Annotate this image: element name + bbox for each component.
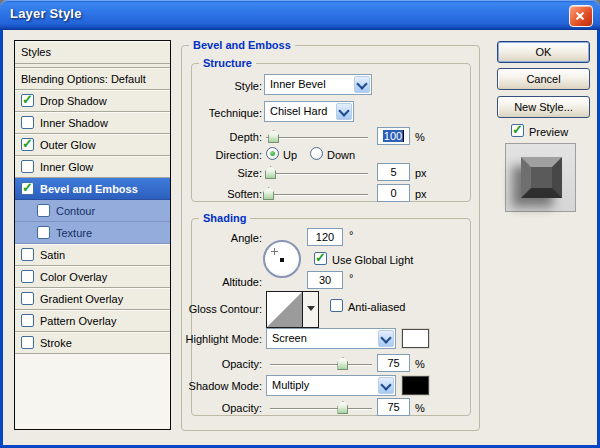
shadow-mode-select[interactable]: Multiply <box>266 375 396 396</box>
sidebar-item-label: Drop Shadow <box>40 95 107 107</box>
layer-style-dialog: Layer Style Styles Blending Options: Def… <box>0 0 600 448</box>
depth-slider[interactable] <box>266 137 368 138</box>
new-style-button[interactable]: New Style... <box>497 96 590 118</box>
sidebar-item-label: Outer Glow <box>40 139 96 151</box>
angle-center-dot-icon <box>280 258 284 262</box>
highlight-mode-arrow-button[interactable] <box>378 330 394 347</box>
sidebar-item-label: Pattern Overlay <box>40 315 116 327</box>
preview-label: Preview <box>529 126 568 138</box>
window-title-bar[interactable]: Layer Style <box>0 0 600 30</box>
size-slider[interactable] <box>266 173 368 174</box>
shading-title: Shading <box>199 212 250 224</box>
sidebar-item-label: Stroke <box>40 337 72 349</box>
sidebar-item-label: Inner Glow <box>40 161 93 173</box>
pattern-overlay-checkbox[interactable] <box>21 314 34 327</box>
soften-unit: px <box>415 188 427 200</box>
altitude-unit: ° <box>349 272 353 284</box>
angle-unit: ° <box>349 229 353 241</box>
angle-label: Angle: <box>184 232 262 244</box>
styles-list-header[interactable]: Styles <box>15 41 170 64</box>
sidebar-item-gradient-overlay[interactable]: Gradient Overlay <box>15 288 170 310</box>
gloss-contour-dropdown-button[interactable] <box>303 292 318 327</box>
depth-input-selected-text: 100 <box>383 130 404 142</box>
ok-button[interactable]: OK <box>497 41 590 63</box>
highlight-opacity-input[interactable]: 75 <box>377 354 410 372</box>
triangle-down-icon <box>307 306 315 311</box>
highlight-mode-select[interactable]: Screen <box>266 328 396 349</box>
sidebar-item-label: Satin <box>40 249 65 261</box>
soften-slider[interactable] <box>266 194 368 195</box>
gloss-contour-picker[interactable] <box>266 291 319 328</box>
depth-input[interactable]: 100 <box>377 127 410 145</box>
sidebar-item-pattern-overlay[interactable]: Pattern Overlay <box>15 310 170 332</box>
drop-shadow-checkbox[interactable] <box>21 94 34 107</box>
texture-checkbox[interactable] <box>37 226 50 239</box>
sidebar-item-texture[interactable]: Texture <box>15 222 170 244</box>
sidebar-item-bevel-and-emboss[interactable]: Bevel and Emboss <box>15 178 170 200</box>
sidebar-item-label: Texture <box>56 227 92 239</box>
technique-select[interactable]: Chisel Hard <box>264 101 354 122</box>
sidebar-item-inner-glow[interactable]: Inner Glow <box>15 156 170 178</box>
sidebar-item-blending-options[interactable]: Blending Options: Default <box>15 68 170 90</box>
sidebar-item-satin[interactable]: Satin <box>15 244 170 266</box>
highlight-color-swatch[interactable] <box>402 329 429 348</box>
technique-value: Chisel Hard <box>270 105 327 117</box>
style-select-arrow-button[interactable] <box>354 76 370 93</box>
contour-checkbox[interactable] <box>37 204 50 217</box>
sidebar-item-contour[interactable]: Contour <box>15 200 170 222</box>
gradient-overlay-checkbox[interactable] <box>21 292 34 305</box>
inner-shadow-checkbox[interactable] <box>21 116 34 129</box>
shadow-opacity-unit: % <box>415 402 425 414</box>
angle-dial[interactable] <box>263 240 301 278</box>
sidebar-item-drop-shadow[interactable]: Drop Shadow <box>15 90 170 112</box>
angle-input[interactable]: 120 <box>307 228 343 246</box>
color-overlay-checkbox[interactable] <box>21 270 34 283</box>
sidebar-item-label: Inner Shadow <box>40 117 108 129</box>
soften-input[interactable]: 0 <box>377 184 410 202</box>
sidebar-item-stroke[interactable]: Stroke <box>15 332 170 354</box>
outer-glow-checkbox[interactable] <box>21 138 34 151</box>
sidebar-item-label: Gradient Overlay <box>40 293 123 305</box>
use-global-light-label: Use Global Light <box>332 254 413 266</box>
close-button[interactable] <box>569 5 593 27</box>
shadow-opacity-slider[interactable] <box>270 408 372 409</box>
satin-checkbox[interactable] <box>21 248 34 261</box>
technique-select-arrow-button[interactable] <box>336 103 352 120</box>
depth-label: Depth: <box>184 131 262 143</box>
style-value: Inner Bevel <box>270 78 326 90</box>
chevron-down-icon <box>380 332 391 343</box>
styles-list: Styles Blending Options: Default Drop Sh… <box>14 40 171 430</box>
size-unit: px <box>415 167 427 179</box>
inner-glow-checkbox[interactable] <box>21 160 34 173</box>
cancel-button[interactable]: Cancel <box>497 68 590 90</box>
structure-title: Structure <box>199 57 256 69</box>
anti-aliased-checkbox[interactable] <box>330 299 343 312</box>
use-global-light-checkbox[interactable] <box>314 252 327 265</box>
direction-up-radio[interactable] <box>266 147 279 160</box>
sidebar-item-inner-shadow[interactable]: Inner Shadow <box>15 112 170 134</box>
highlight-opacity-unit: % <box>415 358 425 370</box>
sidebar-item-outer-glow[interactable]: Outer Glow <box>15 134 170 156</box>
bevel-emboss-checkbox[interactable] <box>21 182 34 195</box>
size-input[interactable]: 5 <box>377 163 410 181</box>
style-label: Style: <box>184 80 262 92</box>
shadow-mode-arrow-button[interactable] <box>378 377 394 394</box>
highlight-opacity-slider[interactable] <box>270 364 372 365</box>
depth-unit: % <box>415 131 425 143</box>
shadow-mode-value: Multiply <box>272 379 309 391</box>
style-select[interactable]: Inner Bevel <box>264 74 372 95</box>
preview-checkbox[interactable] <box>511 124 524 137</box>
highlight-mode-label: Highlight Mode: <box>184 333 262 345</box>
chevron-down-icon <box>338 105 349 116</box>
chevron-down-icon <box>356 78 367 89</box>
angle-marker-icon <box>274 248 275 255</box>
sidebar-item-color-overlay[interactable]: Color Overlay <box>15 266 170 288</box>
stroke-checkbox[interactable] <box>21 336 34 349</box>
shadow-opacity-label: Opacity: <box>184 402 262 414</box>
shadow-opacity-input[interactable]: 75 <box>377 398 410 416</box>
altitude-input[interactable]: 30 <box>307 271 343 289</box>
shadow-color-swatch[interactable] <box>402 376 429 395</box>
direction-down-radio[interactable] <box>310 147 323 160</box>
highlight-opacity-label: Opacity: <box>184 358 262 370</box>
window-title: Layer Style <box>10 6 82 21</box>
